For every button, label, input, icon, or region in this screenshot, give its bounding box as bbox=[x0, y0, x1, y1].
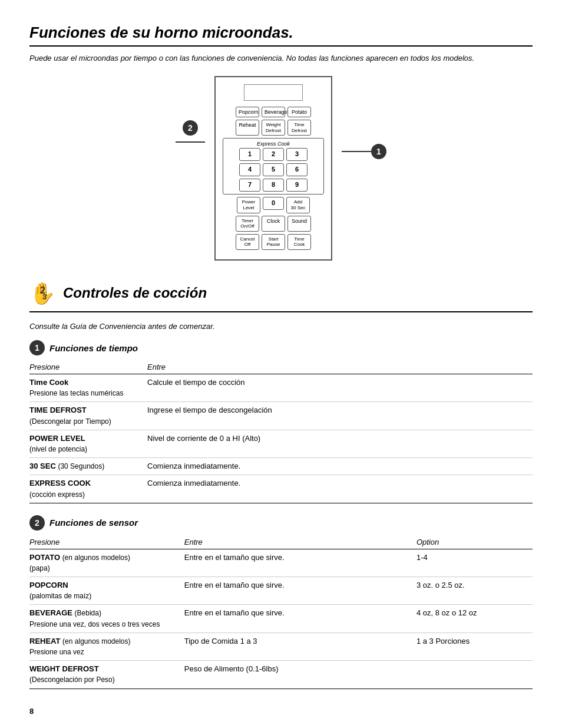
td-entre: Ingrese el tiempo de descongelación bbox=[147, 402, 533, 430]
th-option: Option bbox=[416, 535, 533, 549]
weight-defrost-key[interactable]: WeightDefrost bbox=[262, 120, 285, 136]
funciones-tiempo-label: Funciones de tiempo bbox=[49, 343, 138, 353]
timer-onoff-key[interactable]: TimerOn/Off bbox=[236, 216, 259, 232]
key-8[interactable]: 8 bbox=[263, 179, 284, 192]
td-entre: Entre en el tamaño que sirve. bbox=[184, 605, 416, 633]
funciones-sensor-section: 2 Funciones de sensor Presione Entre Opt… bbox=[29, 515, 533, 689]
td-presione: POTATO (en algunos modelos)(papa) bbox=[29, 549, 184, 577]
key-3[interactable]: 3 bbox=[286, 148, 308, 161]
table-row: BEVERAGE (Bebida)Presione una vez, dos v… bbox=[29, 605, 533, 633]
express-cook-label: Express Cook bbox=[227, 141, 320, 147]
clock-key[interactable]: Clock bbox=[262, 216, 285, 232]
time-cook-key[interactable]: TimeCook bbox=[287, 234, 311, 250]
keypad-row-1: Popcorn Beverage Potato bbox=[223, 107, 324, 118]
table-row: TIME DEFROST(Descongelar por Tiempo) Ing… bbox=[29, 402, 533, 430]
time-defrost-key[interactable]: TimeDefrost bbox=[287, 120, 311, 136]
td-option bbox=[416, 661, 533, 689]
td-entre: Entre en el tamaño que sirve. bbox=[184, 577, 416, 605]
funciones-tiempo-table: Presione Entre Time CookPresione las tec… bbox=[29, 360, 533, 503]
th-entre-1: Entre bbox=[147, 360, 533, 374]
funciones-sensor-label: Funciones de sensor bbox=[49, 518, 138, 528]
td-presione: Time CookPresione las teclas numéricas bbox=[29, 374, 147, 402]
microwave-keypad: Popcorn Beverage Potato Reheat WeightDef… bbox=[214, 76, 332, 261]
th-presione-1: Presione bbox=[29, 360, 147, 374]
keypad-row-2: Reheat WeightDefrost TimeDefrost bbox=[223, 120, 324, 136]
td-presione: TIME DEFROST(Descongelar por Tiempo) bbox=[29, 402, 147, 430]
power-level-key[interactable]: PowerLevel bbox=[237, 197, 260, 213]
td-presione: EXPRESS COOK(cocción express) bbox=[29, 475, 147, 503]
section-title: Controles de cocción bbox=[63, 285, 207, 301]
table-row: POWER LEVEL(nivel de potencia) Nivel de … bbox=[29, 430, 533, 457]
num-grid: 1 2 3 4 5 6 7 8 9 bbox=[227, 148, 320, 192]
td-entre: Comienza inmediatamente. bbox=[147, 475, 533, 503]
keypad-row-6: CancelOff StartPause TimeCook bbox=[223, 234, 324, 250]
table-row: POPCORN(palomitas de maíz) Entre en el t… bbox=[29, 577, 533, 605]
table-row: POTATO (en algunos modelos)(papa) Entre … bbox=[29, 549, 533, 577]
callout-1-circle: 1 bbox=[371, 144, 386, 159]
td-entre: Comienza inmediatamente. bbox=[147, 458, 533, 475]
section-icon: ✋ 2 3 bbox=[29, 278, 56, 308]
td-entre: Peso de Alimento (0.1-6lbs) bbox=[184, 661, 416, 689]
hand-icon: ✋ 2 3 bbox=[29, 278, 56, 305]
page-number: 8 bbox=[29, 707, 533, 716]
table-row: REHEAT (en algunos modelos)Presione una … bbox=[29, 633, 533, 660]
table-row: EXPRESS COOK(cocción express) Comienza i… bbox=[29, 475, 533, 503]
beverage-key[interactable]: Beverage bbox=[262, 107, 285, 118]
popcorn-key[interactable]: Popcorn bbox=[236, 107, 259, 118]
td-presione: POPCORN(palomitas de maíz) bbox=[29, 577, 184, 605]
reheat-key[interactable]: Reheat bbox=[236, 120, 259, 136]
td-entre: Tipo de Comida 1 a 3 bbox=[184, 633, 416, 660]
potato-key[interactable]: Potato bbox=[287, 107, 311, 118]
funciones-tiempo-section: 1 Funciones de tiempo Presione Entre Tim… bbox=[29, 340, 533, 503]
td-presione: 30 SEC (30 Segundos) bbox=[29, 458, 147, 475]
td-presione: BEVERAGE (Bebida)Presione una vez, dos v… bbox=[29, 605, 184, 633]
th-presione-2: Presione bbox=[29, 535, 184, 549]
td-presione: REHEAT (en algunos modelos)Presione una … bbox=[29, 633, 184, 660]
key-0[interactable]: 0 bbox=[263, 197, 284, 210]
sound-key[interactable]: Sound bbox=[287, 216, 311, 232]
td-entre: Entre en el tamaño que sirve. bbox=[184, 549, 416, 577]
td-entre: Nivel de corriente de 0 a HI (Alto) bbox=[147, 430, 533, 457]
funciones-sensor-table: Presione Entre Option POTATO (en algunos… bbox=[29, 535, 533, 689]
start-pause-key[interactable]: StartPause bbox=[262, 234, 285, 250]
callout-2-circle: 2 bbox=[183, 120, 198, 136]
td-presione: WEIGHT DEFROST(Descongelación por Peso) bbox=[29, 661, 184, 689]
callout-2-small: 2 bbox=[29, 515, 45, 531]
keypad-row-4: PowerLevel 0 Add30 Sec bbox=[223, 197, 324, 213]
diagram-area: 2 Popcorn Beverage Potato Reheat WeightD… bbox=[29, 76, 533, 261]
consultar-text: Consulte la Guía de Conveniencia antes d… bbox=[29, 322, 533, 331]
table-row: Time CookPresione las teclas numéricas C… bbox=[29, 374, 533, 402]
section-header: ✋ 2 3 Controles de cocción bbox=[29, 278, 533, 312]
express-cook-section: Express Cook 1 2 3 4 5 6 7 8 9 bbox=[223, 138, 324, 195]
keypad-display bbox=[244, 84, 303, 101]
td-option: 1 a 3 Porciones bbox=[416, 633, 533, 660]
funciones-sensor-title: 2 Funciones de sensor bbox=[29, 515, 533, 531]
cancel-off-key[interactable]: CancelOff bbox=[236, 234, 259, 250]
callout-1-small: 1 bbox=[29, 340, 45, 355]
key-5[interactable]: 5 bbox=[263, 163, 284, 176]
key-7[interactable]: 7 bbox=[239, 179, 260, 192]
td-option: 3 oz. o 2.5 oz. bbox=[416, 577, 533, 605]
td-entre: Calcule el tiempo de cocción bbox=[147, 374, 533, 402]
th-entre-2: Entre bbox=[184, 535, 416, 549]
svg-text:3: 3 bbox=[42, 292, 47, 301]
key-1[interactable]: 1 bbox=[239, 148, 260, 161]
main-title: Funciones de su horno microondas. bbox=[29, 24, 533, 47]
td-presione: POWER LEVEL(nivel de potencia) bbox=[29, 430, 147, 457]
add-30sec-key[interactable]: Add30 Sec bbox=[286, 197, 310, 213]
key-9[interactable]: 9 bbox=[286, 179, 308, 192]
td-option: 1-4 bbox=[416, 549, 533, 577]
keypad-row-5: TimerOn/Off Clock Sound bbox=[223, 216, 324, 232]
key-2[interactable]: 2 bbox=[263, 148, 284, 161]
table-row: WEIGHT DEFROST(Descongelación por Peso) … bbox=[29, 661, 533, 689]
funciones-tiempo-title: 1 Funciones de tiempo bbox=[29, 340, 533, 355]
subtitle-text: Puede usar el microondas por tiempo o co… bbox=[29, 52, 533, 64]
key-6[interactable]: 6 bbox=[286, 163, 308, 176]
td-option: 4 oz, 8 oz o 12 oz bbox=[416, 605, 533, 633]
table-row: 30 SEC (30 Segundos) Comienza inmediatam… bbox=[29, 458, 533, 475]
key-4[interactable]: 4 bbox=[239, 163, 260, 176]
